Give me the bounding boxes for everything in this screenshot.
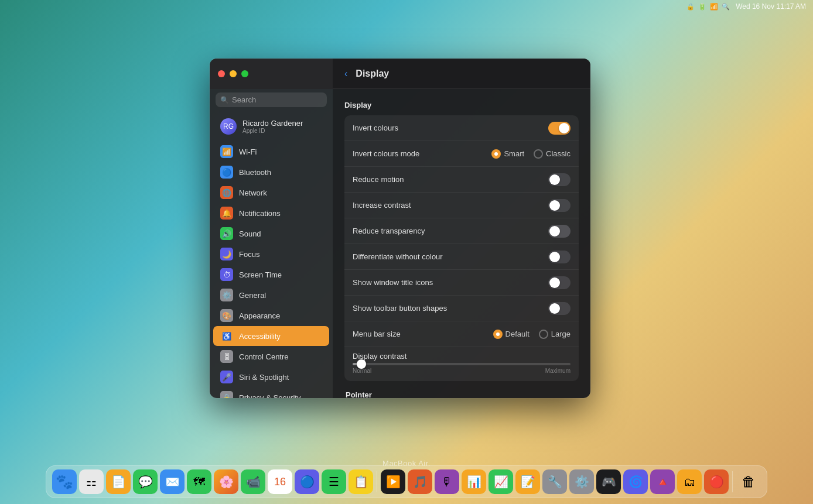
invert-colours-mode-label: Invert colours mode xyxy=(353,149,419,158)
sidebar-item-appearance[interactable]: 🎨 Appearance xyxy=(213,306,329,325)
lock-icon: 🔒 xyxy=(686,3,695,11)
display-contrast-slider-labels: Normal Maximum xyxy=(353,368,571,374)
toolbar-shapes-toggle[interactable] xyxy=(548,302,571,315)
network-icon: 🌐 xyxy=(220,186,233,199)
dock-app-facetime[interactable]: 📹 xyxy=(241,469,265,494)
dock-app-numbers[interactable]: 📈 xyxy=(489,469,513,494)
dock-app-epicgames[interactable]: 🎮 xyxy=(596,469,621,494)
radio-circle-default xyxy=(493,330,503,339)
dock-app-mail[interactable]: ✉️ xyxy=(160,469,185,494)
sound-icon: 🔊 xyxy=(220,227,233,240)
dock-app-photos[interactable]: 🌸 xyxy=(214,469,238,494)
sidebar-label-notifications: Notifications xyxy=(239,209,281,218)
invert-colours-row: Invert colours xyxy=(344,115,579,141)
dock-app-upscale[interactable]: 🔺 xyxy=(650,469,675,494)
radio-label-smart: Smart xyxy=(504,149,524,158)
dock: 🐾 ⚏ 📄 💬 ✉️ 🗺 🌸 📹 16 🔵 ☰ 📋 ▶️ 🎵 🎙 📊 📈 📝 🔧… xyxy=(46,465,767,498)
accessibility-icon: ♿ xyxy=(220,330,233,342)
dock-app-calendar[interactable]: 16 xyxy=(268,469,292,494)
reduce-motion-label: Reduce motion xyxy=(353,175,404,184)
reduce-transparency-row: Reduce transparency xyxy=(344,218,579,244)
dock-app-maps[interactable]: 🗺 xyxy=(187,469,211,494)
differentiate-toggle[interactable] xyxy=(548,251,571,263)
settings-window: 🔍 Search RG Ricardo Gardener Apple ID 📶 … xyxy=(210,59,590,398)
dock-app-trash[interactable]: 🗑 xyxy=(736,469,761,494)
controlcentre-icon: 🎛 xyxy=(220,350,233,363)
dock-app-extra[interactable]: 🔴 xyxy=(704,469,729,494)
menu-bar-size-label: Menu bar size xyxy=(353,330,401,338)
differentiate-row: Differentiate without colour xyxy=(344,244,579,270)
radio-option-large[interactable]: Large xyxy=(539,330,571,339)
reduce-motion-toggle[interactable] xyxy=(548,173,571,186)
minimize-button[interactable] xyxy=(230,70,237,77)
dock-app-settings2[interactable]: ⚙️ xyxy=(569,469,594,494)
radio-option-default[interactable]: Default xyxy=(493,330,530,339)
sidebar-item-privacy[interactable]: 🔒 Privacy & Security xyxy=(213,388,329,398)
sidebar-label-accessibility: Accessibility xyxy=(239,332,281,341)
sidebar-title-bar xyxy=(210,59,333,89)
wifi-icon: 📶 xyxy=(220,145,233,158)
dock-app-messages[interactable]: 💬 xyxy=(133,469,158,494)
sidebar-label-appearance: Appearance xyxy=(239,311,280,320)
increase-contrast-row: Increase contrast xyxy=(344,193,579,218)
sidebar-label-screentime: Screen Time xyxy=(239,270,282,279)
invert-colours-mode-row: Invert colours mode Smart Classic xyxy=(344,141,579,167)
close-button[interactable] xyxy=(218,70,225,77)
appearance-icon: 🎨 xyxy=(220,309,233,322)
dock-app-instruments[interactable]: 🔧 xyxy=(542,469,567,494)
sidebar-item-user[interactable]: RG Ricardo Gardener Apple ID xyxy=(213,114,329,139)
increase-contrast-toggle[interactable] xyxy=(548,199,571,212)
window-title-label: Show window title icons xyxy=(353,278,433,287)
datetime: Wed 16 Nov 11:17 AM xyxy=(736,2,806,11)
content-title: Display xyxy=(356,68,389,79)
dock-app-music[interactable]: 🎵 xyxy=(408,469,432,494)
sidebar-item-screentime[interactable]: ⏱ Screen Time xyxy=(213,265,329,284)
pointer-section-header: Pointer xyxy=(344,390,579,398)
dock-separator-2 xyxy=(732,471,733,492)
sidebar-item-focus[interactable]: 🌙 Focus xyxy=(213,244,329,264)
dock-app-keynote[interactable]: 📊 xyxy=(462,469,486,494)
sidebar-item-bluetooth[interactable]: 🔵 Bluetooth xyxy=(213,162,329,182)
sidebar-label-focus: Focus xyxy=(239,250,259,259)
dock-app-finder[interactable]: 🐾 xyxy=(52,469,77,494)
sidebar-label-privacy: Privacy & Security xyxy=(239,393,300,399)
sidebar-item-general[interactable]: ⚙️ General xyxy=(213,285,329,305)
menu-bar-size-radio: Default Large xyxy=(493,330,571,339)
sidebar-item-wifi[interactable]: 📶 Wi-Fi xyxy=(213,142,329,162)
avatar: RG xyxy=(220,118,237,135)
radio-option-classic[interactable]: Classic xyxy=(534,149,571,159)
display-contrast-slider-track[interactable] xyxy=(353,363,571,365)
status-bar: 🔒 🔋 📶 🔍 Wed 16 Nov 11:17 AM xyxy=(679,0,813,13)
user-subtitle: Apple ID xyxy=(242,128,303,134)
sidebar-item-controlcentre[interactable]: 🎛 Control Centre xyxy=(213,347,329,366)
dock-app-reminders[interactable]: ☰ xyxy=(322,469,346,494)
maximize-button[interactable] xyxy=(241,70,248,77)
dock-app-messages2[interactable]: 🔵 xyxy=(295,469,319,494)
sidebar-item-accessibility[interactable]: ♿ Accessibility xyxy=(213,326,329,346)
dock-app-pages[interactable]: 📄 xyxy=(106,469,131,494)
dock-app-launchpad[interactable]: ⚏ xyxy=(79,469,104,494)
dock-app-podcasts[interactable]: 🎙 xyxy=(435,469,459,494)
dock-app-pages2[interactable]: 📝 xyxy=(515,469,540,494)
sidebar-item-sound[interactable]: 🔊 Sound xyxy=(213,224,329,244)
sidebar-item-siri[interactable]: 🎤 Siri & Spotlight xyxy=(213,367,329,387)
dock-app-files[interactable]: 🗂 xyxy=(677,469,702,494)
dock-app-tvplus[interactable]: ▶️ xyxy=(381,469,405,494)
radio-circle-large xyxy=(539,330,548,339)
back-button[interactable]: ‹ xyxy=(342,66,350,81)
content-title-bar: ‹ Display xyxy=(333,59,590,89)
sidebar-item-notifications[interactable]: 🔔 Notifications xyxy=(213,203,329,223)
dock-app-spline[interactable]: 🌀 xyxy=(623,469,648,494)
radio-option-smart[interactable]: Smart xyxy=(491,149,524,159)
search-box[interactable]: 🔍 Search xyxy=(216,92,327,107)
invert-colours-toggle[interactable] xyxy=(548,122,571,135)
sidebar-item-network[interactable]: 🌐 Network xyxy=(213,183,329,203)
reduce-transparency-toggle[interactable] xyxy=(548,225,571,238)
display-contrast-label: Display contrast xyxy=(353,352,571,361)
dock-app-notes[interactable]: 📋 xyxy=(349,469,373,494)
sidebar: 🔍 Search RG Ricardo Gardener Apple ID 📶 … xyxy=(210,59,333,398)
reduce-motion-row: Reduce motion xyxy=(344,167,579,193)
window-title-toggle[interactable] xyxy=(548,276,571,289)
battery-icon: 🔋 xyxy=(698,3,706,11)
differentiate-label: Differentiate without colour xyxy=(353,252,443,261)
